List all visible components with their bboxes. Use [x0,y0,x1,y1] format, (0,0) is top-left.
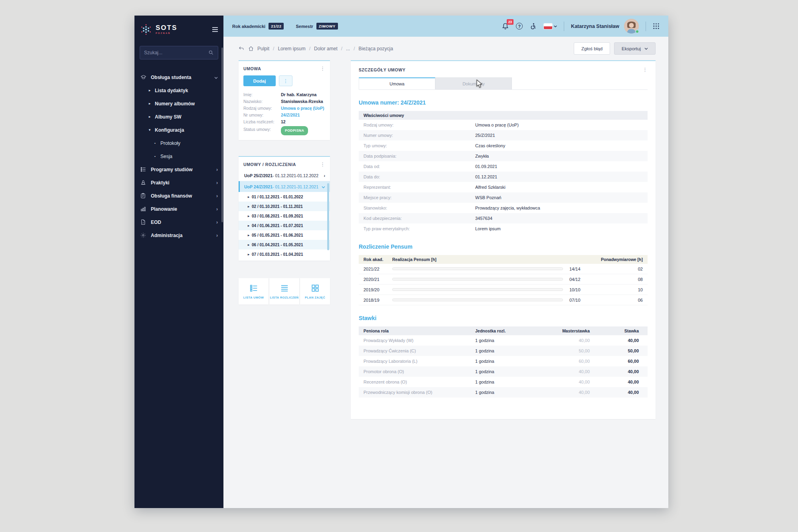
list-detail-icon [249,284,259,293]
sidebar-item-lista-dydaktyk[interactable]: ▸Lista dydaktyk [134,84,223,97]
shortcut-tile-lista-umow[interactable]: LISTA UMÓW [239,278,269,305]
content-area: Pulpit/Lorem ipsum/Dolor amet/.../Bieżąc… [223,37,668,508]
stawki-rate: 40,00 [590,390,643,395]
academic-year-label: Rok akademicki [232,24,265,29]
sidebar-item-label: Albumy SW [155,114,182,120]
user-menu[interactable]: Katarzyna Stanisław [571,19,639,34]
report-bug-button[interactable]: Zgłoś błąd [574,42,610,55]
desktop: SOTS POZNAŃ Obsługa studenta▸Lista dydak… [0,0,798,532]
pensum-value: 10/10 [569,287,587,292]
contract-tree-item[interactable]: UoP 25/Z/2021 - 01.12.2021-01.12.2022› [239,170,330,181]
breadcrumb-item[interactable]: Bieżąca pozycja [358,46,393,51]
breadcrumb-item[interactable]: Dolor amet [314,46,338,51]
property-label: Stanowisko: [363,206,475,210]
stawki-rate: 50,00 [590,348,643,353]
details-kebab-icon[interactable]: ⋮ [642,67,648,72]
tab-umowa[interactable]: Umowa [359,77,435,89]
search-input[interactable] [144,50,206,55]
back-icon[interactable] [239,46,245,51]
nav-marker-icon: • [154,141,158,145]
field-value-link[interactable]: Umowa o pracę (UoP) [281,105,324,112]
help-icon[interactable]: ? [516,23,523,30]
settlement-period-label: 05 / 01.05.2021 - 01.06.2021 [252,233,303,237]
property-value: Zwykła [475,154,489,158]
triangle-right-icon: ▸ [248,224,249,227]
progress-bar-track [392,267,563,270]
sidebar-scrollbar[interactable] [221,47,223,222]
rozliczenia-card-kebab-icon[interactable]: ⋮ [320,162,325,167]
pensum-overtime-value: 10 [587,287,643,292]
more-actions-kebab-icon[interactable]: ⋮ [279,75,292,86]
contract-field-row: Liczba rozliczeń:12 [243,119,325,125]
umowa-card-kebab-icon[interactable]: ⋮ [320,66,325,71]
hamburger-menu-icon[interactable] [212,27,218,32]
left-column: UMOWA ⋮ Dodaj ⋮ Imię:Dr hab. KatarzynaNa… [239,60,330,305]
settlement-period-row[interactable]: ▸07 / 01.03.2021 - 01.04.2021 [239,249,330,259]
apps-grid-icon[interactable] [653,23,660,30]
stawki-unit: 1 godzina [475,348,542,353]
field-label: Imię: [243,91,281,98]
sidebar-item-protokoly[interactable]: •Protokoły [134,136,223,150]
settlement-period-row[interactable]: ▸06 / 01.04.2021 - 01.05.2021 [239,240,330,249]
breadcrumb-item[interactable]: ... [346,46,350,51]
property-value: 01.09.2021 [475,164,497,169]
sidebar-item-numery-albumow[interactable]: ▸Numery albumów [134,97,223,110]
property-label: Typ praw emerytalnych: [363,226,475,231]
settlement-period-row[interactable]: ▸04 / 01.06.2021 - 01.07.2021 [239,221,330,230]
tab-dokumenty[interactable]: Dokumenty [435,77,512,89]
field-value-link[interactable]: 24/Z/2021 [281,112,300,119]
field-label: Rodzaj umowy: [243,105,281,112]
export-button[interactable]: Eksportuj [614,42,656,55]
triangle-right-icon: ▸ [248,233,249,237]
shortcut-tile-lista-rozliczen[interactable]: LISTA ROZLICZEŃ [269,278,299,305]
property-label: Miejsce pracy: [363,195,475,200]
contract-tree-item[interactable]: UoP 24/Z/2021 - 01.12.2021-31.12.2021 [239,181,330,192]
semester-badge[interactable]: ZIMOWY [316,23,338,30]
chevron-right-icon: › [216,220,218,225]
sidebar-item-sesja[interactable]: •Sesja [134,150,223,163]
sidebar-item-obsluga-finansow[interactable]: Obsługa finansów› [134,189,223,202]
pensum-col-year: Rok akad. [363,257,392,262]
sidebar-item-praktyki[interactable]: Praktyki› [134,176,223,189]
breadcrumb-item[interactable]: Lorem ipsum [278,46,305,51]
sidebar-item-eod[interactable]: EOD› [134,216,223,229]
tree-scrollbar[interactable] [327,183,329,250]
settlement-period-label: 01 / 01.12.2021 - 01.01.2022 [252,195,303,199]
academic-year-badge[interactable]: 21/22 [269,23,284,30]
lines-icon [279,284,290,293]
settlement-period-row[interactable]: ▸02 / 01.10.2021 - 01.11.2021 [239,202,330,211]
chevron-right-icon: › [216,180,218,186]
sidebar-item-konfiguracja[interactable]: ▾Konfiguracja [134,123,223,136]
details-title: SZCZEGÓŁY UMOWY [359,67,405,72]
notifications-bell-icon[interactable]: 23 [502,22,509,30]
stawki-master-rate: 50,00 [542,348,590,353]
pensum-bar-zone: 14/14 [392,267,587,271]
stawki-master-rate: 40,00 [542,390,590,395]
settlement-period-row[interactable]: ▸01 / 01.12.2021 - 01.01.2022 [239,192,330,202]
add-button[interactable]: Dodaj [243,75,276,86]
progress-bar-track [392,299,563,301]
sidebar-item-obsluga-studenta[interactable]: Obsługa studenta [134,71,223,84]
stawki-role: Prowadzący Ćwiczenia (C) [363,348,475,353]
contract-field-row: Status umowy:PODPISNA [243,125,325,134]
shortcut-tile-plan-zajec[interactable]: PLAN ZAJĘĆ [300,278,330,305]
language-selector[interactable] [544,24,557,29]
settlement-period-row[interactable]: ▸03 / 01.08.2021 - 01.09.2021 [239,211,330,221]
accessibility-icon[interactable] [529,22,537,30]
main-area: Rok akademicki 21/22 Semestr ZIMOWY [223,16,668,508]
settlement-period-row[interactable]: ▸05 / 01.05.2021 - 01.06.2021 [239,230,330,240]
chevron-down-icon [644,47,648,50]
sidebar-item-programy-studiow[interactable]: Programy studiów› [134,163,223,176]
settlement-period-label: 02 / 01.10.2021 - 01.11.2021 [252,204,303,209]
sidebar-item-planowanie[interactable]: Planowanie› [134,202,223,216]
property-row: Reprezentant:Alfred Szklarski [359,182,648,192]
stawki-col-master: Masterstawka [542,328,590,333]
stawki-role: Promotor obrona (O) [363,369,475,374]
sidebar-item-administracja[interactable]: Administracja› [134,229,223,242]
sidebar-item-albumy-sw[interactable]: ▸Albumy SW [134,110,223,123]
property-value: 01.12.2021 [475,174,497,179]
pensum-year: 2021/22 [363,267,392,271]
home-icon[interactable] [248,46,254,51]
stawki-row: Recenzent obrona (O)1 godzina40,0040,00 [359,377,648,387]
breadcrumb-item[interactable]: Pulpit [257,46,269,51]
